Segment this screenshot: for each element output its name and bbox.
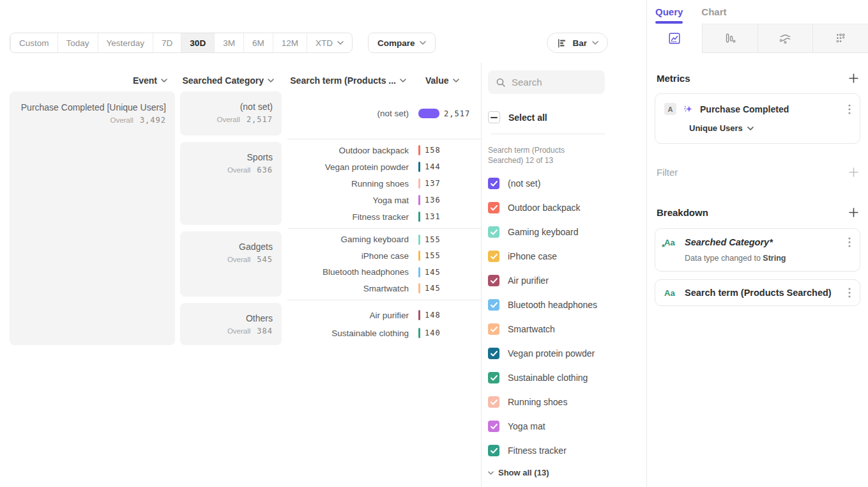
term-row[interactable]: Fitness tracker 131 bbox=[282, 208, 478, 225]
legend-group-label: Search term (Products Searched) 12 of 13 bbox=[488, 145, 598, 166]
term-row[interactable]: Running shoes 137 bbox=[282, 175, 478, 192]
legend-item[interactable]: Smartwatch bbox=[488, 317, 647, 341]
chevron-down-icon bbox=[337, 41, 344, 45]
metric-card[interactable]: A Purchase Completed Unique Users bbox=[655, 93, 860, 144]
legend-item[interactable]: Outdoor backpack bbox=[488, 196, 647, 220]
add-filter-button[interactable] bbox=[849, 167, 858, 177]
checked-checkbox-icon[interactable] bbox=[488, 372, 499, 383]
legend-item[interactable]: Yoga mat bbox=[488, 414, 647, 438]
date-range-label: 7D bbox=[162, 38, 172, 48]
breakdown-card[interactable]: Aa* Search term (Products Searched) bbox=[655, 279, 860, 306]
legend-item[interactable]: Gaming keyboard bbox=[488, 220, 647, 244]
category-cell[interactable]: (not set) Overall 2,517 bbox=[180, 91, 282, 135]
checked-checkbox-icon[interactable] bbox=[488, 251, 499, 262]
checked-checkbox-icon[interactable] bbox=[488, 275, 499, 286]
chart-type-select[interactable]: Bar bbox=[547, 33, 608, 53]
tab-flows[interactable] bbox=[758, 24, 813, 53]
breakdown-card[interactable]: Aa* Searched Category* Data type changed… bbox=[655, 228, 860, 272]
category-name: Others bbox=[189, 313, 273, 323]
term-row[interactable]: Vegan protein powder 144 bbox=[282, 158, 478, 175]
term-row[interactable]: Smartwatch 145 bbox=[282, 281, 478, 297]
query-panel: Query Chart Metrics A Purchase Completed bbox=[646, 0, 868, 487]
column-header-event[interactable]: Event bbox=[10, 73, 175, 88]
date-range-button[interactable]: Today bbox=[57, 33, 98, 52]
date-range-button[interactable]: 12M bbox=[273, 33, 307, 52]
term-row[interactable]: (not set) 2,517 bbox=[282, 105, 478, 123]
term-row[interactable]: Gaming keyboard 155 bbox=[282, 231, 478, 248]
checked-checkbox-icon[interactable] bbox=[488, 178, 499, 189]
category-cell[interactable]: Others Overall 384 bbox=[180, 303, 282, 345]
term-row[interactable]: iPhone case 155 bbox=[282, 248, 478, 265]
legend-item-label: Bluetooth headphones bbox=[508, 300, 597, 310]
kebab-menu-icon[interactable] bbox=[848, 288, 851, 298]
kebab-menu-icon[interactable] bbox=[848, 237, 851, 247]
legend-item[interactable]: Running shoes bbox=[488, 390, 647, 414]
overall-value: 384 bbox=[257, 327, 273, 336]
date-range-button[interactable]: 7D bbox=[153, 33, 181, 52]
date-range-button[interactable]: Yesterday bbox=[98, 33, 153, 52]
checked-checkbox-icon[interactable] bbox=[488, 226, 499, 238]
term-row[interactable]: Yoga mat 136 bbox=[282, 192, 478, 208]
compare-button[interactable]: Compare bbox=[368, 33, 436, 53]
value-bar bbox=[418, 267, 420, 277]
category-groups: (not set) Overall 2,517 (not set) bbox=[180, 91, 478, 345]
category-cell[interactable]: Gadgets Overall 545 bbox=[180, 231, 282, 297]
legend-item[interactable]: Sustainable clothing bbox=[488, 366, 647, 390]
metrics-heading: Metrics bbox=[657, 73, 690, 84]
column-header-value[interactable]: Value bbox=[414, 73, 478, 88]
legend-item-label: Smartwatch bbox=[508, 324, 555, 334]
checked-checkbox-icon[interactable] bbox=[488, 202, 499, 213]
add-metric-button[interactable] bbox=[849, 73, 858, 83]
kebab-menu-icon[interactable] bbox=[848, 104, 851, 114]
checked-checkbox-icon[interactable] bbox=[488, 396, 499, 408]
term-label: Yoga mat bbox=[282, 196, 409, 205]
tab-query[interactable]: Query bbox=[655, 6, 683, 24]
checked-checkbox-icon[interactable] bbox=[488, 299, 499, 311]
checked-checkbox-icon[interactable] bbox=[488, 348, 499, 359]
date-range-button[interactable]: XTD bbox=[307, 33, 352, 52]
legend-item[interactable]: iPhone case bbox=[488, 244, 647, 268]
event-spark-icon bbox=[683, 104, 694, 114]
date-range-button[interactable]: 30D bbox=[181, 33, 214, 52]
value-bar bbox=[418, 162, 420, 172]
value-number: 155 bbox=[425, 251, 441, 260]
legend-item[interactable]: Air purifier bbox=[488, 268, 647, 293]
term-row[interactable]: Sustainable clothing 140 bbox=[282, 324, 478, 342]
search-input[interactable] bbox=[512, 77, 597, 88]
legend-item-list: (not set) Outdoor backpack Gaming keyboa… bbox=[488, 171, 647, 463]
column-header-searched-category[interactable]: Searched Category bbox=[180, 73, 282, 88]
legend-search-box[interactable] bbox=[488, 70, 605, 94]
string-property-icon: Aa* bbox=[664, 288, 677, 298]
term-row[interactable]: Outdoor backpack 158 bbox=[282, 142, 478, 158]
add-breakdown-button[interactable] bbox=[849, 208, 858, 217]
show-all-link[interactable]: Show all (13) bbox=[488, 468, 647, 477]
term-row[interactable]: Bluetooth headphones 145 bbox=[282, 264, 478, 281]
term-label: Sustainable clothing bbox=[282, 329, 409, 338]
date-range-button[interactable]: 6M bbox=[243, 33, 273, 52]
tab-funnels[interactable] bbox=[702, 24, 758, 53]
category-cell[interactable]: Sports Overall 636 bbox=[180, 142, 282, 225]
checked-checkbox-icon[interactable] bbox=[488, 421, 499, 432]
legend-item[interactable]: Vegan protein powder bbox=[488, 341, 647, 366]
measurement-dropdown[interactable]: Unique Users bbox=[689, 123, 851, 133]
tab-insights[interactable] bbox=[647, 24, 702, 53]
legend-item[interactable]: Fitness tracker bbox=[488, 438, 647, 463]
select-all-checkbox[interactable]: Select all bbox=[488, 111, 647, 123]
legend-item[interactable]: Bluetooth headphones bbox=[488, 293, 647, 317]
tab-retention[interactable] bbox=[812, 24, 868, 53]
value-bar bbox=[418, 178, 420, 189]
value-number: 155 bbox=[425, 235, 441, 244]
event-cell[interactable]: Purchase Completed [Unique Users] Overal… bbox=[10, 91, 175, 345]
column-header-search-term[interactable]: Search term (Products ... bbox=[282, 73, 409, 88]
term-row[interactable]: Air purifier 148 bbox=[282, 306, 478, 324]
checked-checkbox-icon[interactable] bbox=[488, 445, 499, 456]
breakdown-note: Data type changed to String bbox=[685, 254, 851, 263]
term-rows: Air purifier 148 Sustainable clothing bbox=[282, 303, 478, 345]
date-range-button[interactable]: 3M bbox=[214, 33, 243, 52]
category-group: (not set) Overall 2,517 (not set) bbox=[180, 91, 478, 135]
date-range-button[interactable]: Custom bbox=[10, 33, 57, 52]
legend-item[interactable]: (not set) bbox=[488, 171, 647, 196]
tab-chart[interactable]: Chart bbox=[701, 6, 726, 24]
column-header-label: Searched Category bbox=[182, 75, 264, 86]
checked-checkbox-icon[interactable] bbox=[488, 323, 499, 335]
